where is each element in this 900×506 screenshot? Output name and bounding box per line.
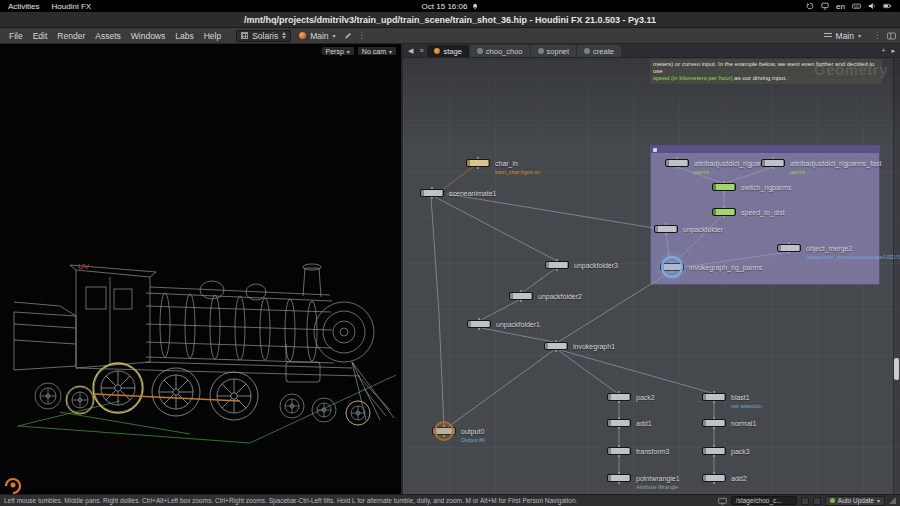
- node-wire: [523, 269, 555, 292]
- tab-sopnet[interactable]: sopnet: [531, 45, 577, 57]
- viewport-pane[interactable]: UV Persp ▾ No cam ▾: [0, 44, 401, 494]
- node-attribadjustdict_rigparms[interactable]: attribadjustdict_rigparmsparms: [665, 159, 689, 167]
- node-wire: [435, 197, 557, 261]
- node-wire: [431, 197, 444, 427]
- pane-menu-icon[interactable]: ≡: [417, 47, 425, 54]
- tab-create[interactable]: create: [577, 45, 621, 57]
- menu-file[interactable]: File: [4, 31, 28, 41]
- node-add1[interactable]: add1: [607, 419, 631, 427]
- viewer-icon[interactable]: [718, 497, 727, 505]
- shelf-set-select[interactable]: Solaris: [236, 30, 291, 42]
- node-sublabel: parms: [694, 169, 709, 175]
- network-tab-icon: [477, 48, 483, 54]
- output-badge: [434, 421, 454, 441]
- node-label: attribadjustdict_rigparms_fast: [790, 160, 881, 168]
- filter-button[interactable]: [813, 497, 821, 505]
- clock-label: Oct 15 16:06: [422, 2, 468, 11]
- pen-icon[interactable]: [344, 32, 352, 40]
- node-unpackfolder3[interactable]: unpackfolder3: [545, 261, 569, 269]
- node-object_merge2[interactable]: object_merge2/stage/char_crowd/scenecrea…: [777, 244, 801, 252]
- node-char_in[interactable]: char_intrain_char.bgeo.sc: [466, 159, 490, 167]
- desktop-right-label: Main: [836, 31, 854, 41]
- menu-labs[interactable]: Labs: [170, 31, 198, 41]
- view-select[interactable]: Persp ▾: [321, 46, 355, 56]
- node-transform3[interactable]: transform3: [607, 447, 631, 455]
- display-tray-icon: [821, 2, 829, 10]
- desktop-select-right[interactable]: Main ▾: [818, 30, 867, 42]
- resize-grip[interactable]: [889, 497, 896, 504]
- node-output0[interactable]: output0Output #0: [432, 427, 456, 435]
- node-wire: [448, 350, 554, 427]
- node-label: add1: [636, 420, 652, 428]
- menu-help[interactable]: Help: [199, 31, 226, 41]
- focused-app-name[interactable]: Houdini FX: [52, 2, 92, 11]
- menu-windows[interactable]: Windows: [126, 31, 170, 41]
- tab-stage[interactable]: stage: [427, 45, 468, 57]
- node-sceneanimate1[interactable]: sceneanimate1: [420, 189, 444, 197]
- node-switch_rigparms[interactable]: switch_rigparms: [712, 183, 736, 191]
- node-sublabel: parms: [790, 169, 805, 175]
- pane-maximize-icon[interactable]: ▸: [889, 47, 897, 55]
- node-label: pack3: [731, 448, 750, 456]
- chevron-down-icon: ▾: [877, 497, 880, 504]
- node-blast1[interactable]: blast1not selection: [702, 393, 726, 401]
- activities-button[interactable]: Activities: [8, 2, 40, 11]
- node-label: blast1: [731, 394, 750, 402]
- volume-icon: [868, 2, 876, 10]
- node-attribadjustdict_rigparms_fast[interactable]: attribadjustdict_rigparms_fastparms: [761, 159, 785, 167]
- toolbar-overflow-icon-right[interactable]: ⋮: [869, 31, 885, 40]
- node-pointwrangle1[interactable]: pointwrangle1Attribute Wrangle: [607, 474, 631, 482]
- main-menu-bar: FileEditRenderAssetsWindowsLabsHelp Sola…: [0, 28, 900, 44]
- update-mode-select[interactable]: Auto Update ▾: [825, 496, 885, 506]
- ground-guide-lines: [18, 375, 396, 443]
- tab-choo_choo[interactable]: choo_choo: [470, 45, 530, 57]
- network-canvas[interactable]: Geometry meters) or curveu input. In the…: [403, 58, 900, 494]
- network-editor-pane[interactable]: ◀ ≡ stagechoo_choosopnetcreate + ▸ Geome…: [403, 44, 900, 494]
- node-label: pack2: [636, 394, 655, 402]
- chevron-down-icon: ▾: [347, 48, 350, 55]
- node-label: attribadjustdict_rigparms: [694, 160, 770, 168]
- shelf-spinner[interactable]: [282, 32, 286, 39]
- layout-icon[interactable]: [887, 32, 896, 40]
- menu-assets[interactable]: Assets: [90, 31, 126, 41]
- camera-select-label: No cam: [362, 48, 386, 55]
- node-label: invokegraph_rig_parms: [689, 264, 762, 272]
- node-unpackfolder2[interactable]: unpackfolder2: [509, 292, 533, 300]
- node-unpackfolder1[interactable]: unpackfolder1: [467, 320, 491, 328]
- toolbar-overflow-icon[interactable]: ⋮: [354, 31, 370, 40]
- selection-highlight: [661, 256, 683, 278]
- node-pack3[interactable]: pack3: [702, 447, 726, 455]
- node-pack2[interactable]: pack2: [607, 393, 631, 401]
- back-icon[interactable]: ◀: [406, 47, 415, 55]
- node-invokegraph_rig_parms[interactable]: invokegraph_rig_parms: [660, 263, 684, 271]
- camera-select[interactable]: No cam ▾: [357, 46, 397, 56]
- node-label: object_merge2: [806, 245, 852, 253]
- new-tab-icon[interactable]: +: [879, 47, 887, 54]
- node-speed_to_dist[interactable]: speed_to_dist: [712, 208, 736, 216]
- status-bar: Left mouse tumbles. Middle pans. Right d…: [0, 494, 900, 506]
- node-label: transform3: [636, 448, 669, 456]
- pin-button[interactable]: [801, 497, 809, 505]
- node-invokegraph1[interactable]: invokegraph1: [544, 342, 568, 350]
- gnome-top-bar: Activities Houdini FX Oct 15 16:06 en: [0, 0, 900, 12]
- tab-label: stage: [443, 47, 461, 56]
- desktop-label: Main: [310, 31, 328, 41]
- keyboard-layout-label: en: [836, 2, 845, 11]
- desktop-select[interactable]: Main ▾: [293, 30, 341, 42]
- node-unpackfolder[interactable]: unpackfolder: [654, 225, 678, 233]
- node-add2[interactable]: add2: [702, 474, 726, 482]
- power-icon: [883, 2, 892, 10]
- scrollbar-thumb[interactable]: [894, 358, 899, 380]
- menu-render[interactable]: Render: [52, 31, 90, 41]
- clock-button[interactable]: Oct 15 16:06: [422, 2, 479, 11]
- network-path-field[interactable]: /stage/choo_c...: [731, 496, 797, 505]
- shelf-grid-icon: [241, 32, 248, 39]
- menu-edit[interactable]: Edit: [28, 31, 53, 41]
- system-tray[interactable]: en: [806, 2, 892, 11]
- node-normal1[interactable]: normal1: [702, 419, 726, 427]
- window-title-bar[interactable]: /mnt/hq/projects/dmitrilv3/train_upd/tra…: [0, 12, 900, 28]
- sync-icon: [806, 2, 814, 10]
- node-label: pointwrangle1: [636, 475, 680, 483]
- node-wire: [443, 167, 473, 189]
- network-scrollbar[interactable]: [893, 58, 900, 494]
